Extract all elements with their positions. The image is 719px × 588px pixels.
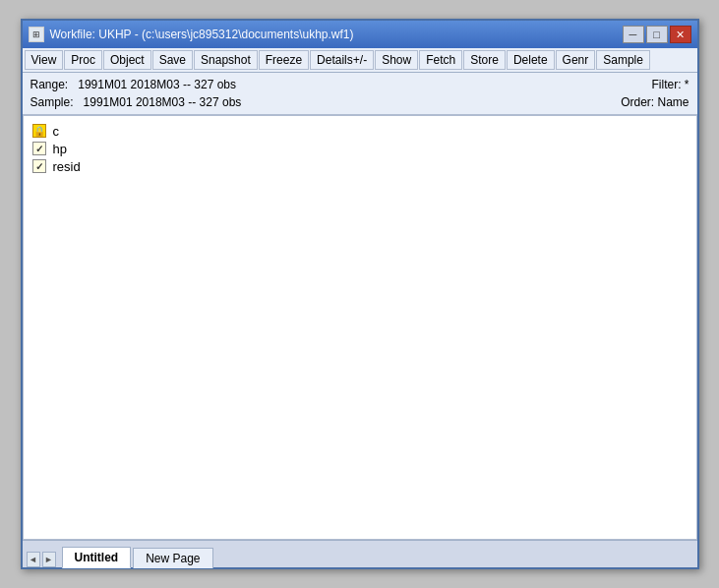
filter-info: Filter: *: [651, 76, 689, 93]
variable-content-area: 🔒chpresid: [23, 115, 697, 540]
window-title: Workfile: UKHP - (c:\users\jc895312\docu…: [50, 28, 354, 41]
variable-list: 🔒chpresid: [31, 122, 689, 175]
title-bar-left: ⊞ Workfile: UKHP - (c:\users\jc895312\do…: [29, 27, 354, 42]
sample-label: Sample:: [30, 95, 74, 109]
range-value: 1991M01 2018M03 -- 327 obs: [78, 78, 236, 91]
tab-new-page[interactable]: New Page: [133, 548, 212, 568]
lock-icon: 🔒: [31, 123, 47, 139]
title-bar: ⊞ Workfile: UKHP - (c:\users\jc895312\do…: [23, 21, 697, 48]
menu-item-details---[interactable]: Details+/-: [310, 50, 374, 70]
variable-item[interactable]: hp: [31, 140, 689, 157]
variable-item[interactable]: 🔒c: [31, 122, 689, 140]
tab-untitled[interactable]: Untitled: [62, 547, 132, 568]
variable-name: c: [53, 124, 60, 139]
maximize-button[interactable]: □: [646, 26, 668, 43]
variable-name: resid: [53, 159, 81, 174]
tab-nav-next[interactable]: ►: [42, 552, 56, 567]
variable-item[interactable]: resid: [31, 157, 689, 175]
tab-navigation: ◄ ►: [27, 552, 56, 567]
variable-name: hp: [53, 142, 67, 156]
range-label: Range:: [30, 78, 69, 91]
menu-item-object[interactable]: Object: [103, 50, 151, 70]
checkbox-icon: [31, 158, 47, 174]
menu-item-show[interactable]: Show: [375, 50, 418, 70]
menu-item-fetch[interactable]: Fetch: [419, 50, 462, 70]
minimize-button[interactable]: ─: [623, 26, 644, 43]
checkbox-icon: [31, 141, 47, 156]
sample-value: 1991M01 2018M03 -- 327 obs: [84, 95, 242, 109]
menu-item-view[interactable]: View: [25, 50, 64, 70]
title-buttons: ─ □ ✕: [623, 26, 691, 43]
menu-item-save[interactable]: Save: [152, 50, 193, 70]
window-icon: ⊞: [29, 27, 44, 42]
order-info: Order: Name: [621, 93, 689, 111]
sample-info: Sample: 1991M01 2018M03 -- 327 obs: [30, 93, 242, 111]
close-button[interactable]: ✕: [670, 26, 691, 43]
menu-item-snapshot[interactable]: Snapshot: [194, 50, 258, 70]
menu-bar: ViewProcObjectSaveSnapshotFreezeDetails+…: [23, 48, 697, 73]
menu-item-sample[interactable]: Sample: [596, 50, 650, 70]
range-info: Range: 1991M01 2018M03 -- 327 obs: [30, 76, 237, 93]
tab-bar: ◄ ► UntitledNew Page: [23, 540, 697, 567]
menu-item-freeze[interactable]: Freeze: [259, 50, 309, 70]
main-window: ⊞ Workfile: UKHP - (c:\users\jc895312\do…: [21, 19, 699, 569]
sample-row: Sample: 1991M01 2018M03 -- 327 obs Order…: [30, 93, 689, 111]
menu-item-genr[interactable]: Genr: [556, 50, 596, 70]
info-bar: Range: 1991M01 2018M03 -- 327 obs Filter…: [23, 73, 697, 115]
menu-item-store[interactable]: Store: [463, 50, 506, 70]
tab-nav-prev[interactable]: ◄: [27, 552, 40, 567]
menu-item-delete[interactable]: Delete: [507, 50, 555, 70]
menu-item-proc[interactable]: Proc: [64, 50, 102, 70]
range-row: Range: 1991M01 2018M03 -- 327 obs Filter…: [30, 76, 689, 93]
